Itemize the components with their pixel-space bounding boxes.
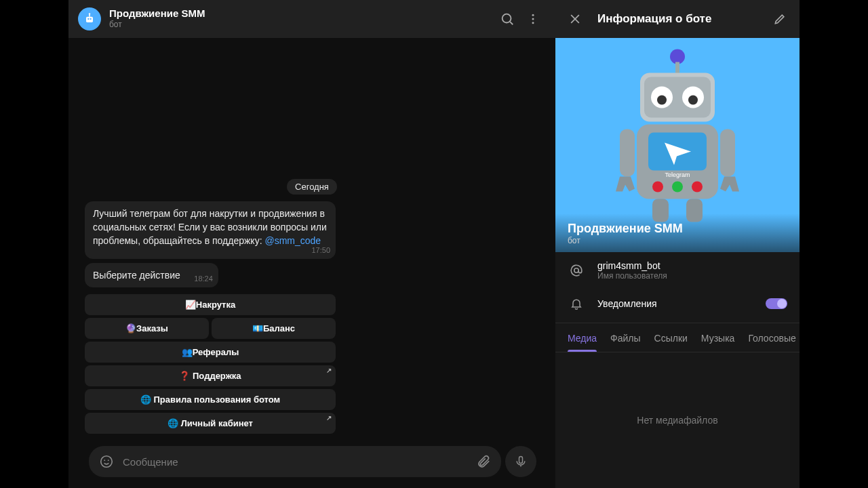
svg-point-12 [108, 460, 109, 461]
tab-media[interactable]: Медиа [561, 323, 604, 352]
svg-rect-17 [675, 62, 679, 75]
media-tabs: Медиа Файлы Ссылки Музыка Голосовые [555, 323, 800, 352]
hero-subtitle: бот [568, 236, 787, 245]
svg-point-29 [672, 182, 683, 192]
username-row[interactable]: grim4smm_bot Имя пользователя [555, 252, 800, 289]
message-time: 17:50 [311, 245, 330, 256]
kb-button-referrals[interactable]: 👥Рефералы [85, 342, 336, 363]
tab-files[interactable]: Файлы [604, 323, 647, 352]
info-panel-title: Информация о боте [597, 12, 767, 26]
svg-point-35 [574, 268, 578, 272]
message-bubble[interactable]: Лучший телеграм бот для накрутки и продв… [85, 201, 336, 259]
svg-point-16 [670, 49, 685, 64]
composer: Сообщение [85, 443, 539, 484]
svg-point-30 [692, 182, 703, 192]
svg-rect-33 [652, 199, 669, 222]
tab-links[interactable]: Ссылки [648, 323, 694, 352]
bell-icon [568, 297, 585, 310]
emoji-icon[interactable] [97, 454, 116, 469]
kb-button-rules[interactable]: 🌐 Правила пользования ботом [85, 389, 336, 410]
chat-pane: Продвжиение SMM бот Сегодня Лучший телег… [68, 0, 555, 488]
chat-title: Продвжиение SMM [109, 7, 494, 20]
message-placeholder: Сообщение [123, 456, 474, 468]
svg-point-1 [87, 18, 89, 19]
svg-point-21 [657, 96, 667, 105]
svg-point-8 [532, 18, 534, 20]
svg-text:Telegram: Telegram [665, 171, 690, 178]
chat-subtitle: бот [109, 20, 494, 29]
chat-header: Продвжиение SMM бот [68, 0, 555, 38]
svg-point-28 [652, 182, 663, 192]
username-label: Имя пользователя [597, 271, 787, 281]
external-icon: ↗ [326, 414, 332, 422]
attach-icon[interactable] [474, 454, 493, 469]
kb-button-support[interactable]: ❓ Поддержка↗ [85, 365, 336, 386]
edit-icon[interactable] [767, 6, 793, 32]
media-empty-state: Нет медиафайлов [555, 352, 800, 488]
username-value: grim4smm_bot [597, 260, 787, 271]
message-input[interactable]: Сообщение [89, 446, 501, 477]
notifications-toggle[interactable] [766, 298, 787, 309]
profile-hero[interactable]: Telegram Продвжиение SMM бот [555, 38, 800, 252]
kb-button-boost[interactable]: 📈Накрутка [85, 294, 336, 315]
svg-rect-13 [519, 457, 523, 464]
kb-button-orders[interactable]: 🔮Заказы [85, 318, 209, 339]
at-icon [568, 263, 585, 278]
kb-button-account[interactable]: 🌐 Личный кабинет↗ [85, 413, 336, 434]
svg-point-23 [688, 96, 698, 105]
more-icon[interactable] [520, 6, 546, 32]
svg-point-5 [502, 14, 511, 22]
svg-point-9 [532, 22, 534, 24]
svg-point-10 [101, 456, 113, 468]
app-left-gutter [0, 0, 68, 488]
svg-point-11 [104, 460, 105, 461]
chat-title-block[interactable]: Продвжиение SMM бот [109, 7, 494, 29]
external-icon: ↗ [326, 367, 332, 374]
kb-button-balance[interactable]: 💶Баланс [212, 318, 336, 339]
tab-music[interactable]: Музыка [694, 323, 742, 352]
robot-illustration: Telegram [599, 45, 755, 228]
notifications-label: Уведомления [597, 298, 753, 309]
search-icon[interactable] [494, 6, 520, 32]
svg-point-4 [89, 13, 91, 15]
message-time: 18:24 [194, 274, 213, 285]
date-separator: Сегодня [287, 179, 337, 195]
svg-line-6 [510, 22, 513, 24]
svg-point-7 [532, 14, 534, 16]
message-text: Выберите действие [93, 270, 180, 281]
svg-rect-31 [620, 129, 635, 177]
avatar[interactable] [78, 7, 101, 30]
svg-rect-0 [86, 16, 93, 22]
tab-voice[interactable]: Голосовые [741, 323, 802, 352]
chat-body: Сегодня Лучший телеграм бот для накрутки… [68, 38, 555, 488]
svg-rect-32 [720, 129, 735, 177]
close-icon[interactable] [562, 6, 588, 32]
reply-keyboard: 📈Накрутка 🔮Заказы 💶Баланс 👥Рефералы ❓ По… [85, 294, 336, 434]
message-bubble[interactable]: Выберите действие 18:24 [85, 263, 218, 287]
svg-rect-3 [89, 14, 90, 16]
info-panel: Информация о боте Telegram [555, 0, 800, 488]
notifications-row[interactable]: Уведомления [555, 289, 800, 319]
svg-rect-34 [686, 199, 703, 222]
svg-point-2 [90, 18, 92, 19]
voice-button[interactable] [505, 446, 536, 477]
info-header: Информация о боте [555, 0, 800, 38]
app-right-gutter [800, 0, 868, 488]
